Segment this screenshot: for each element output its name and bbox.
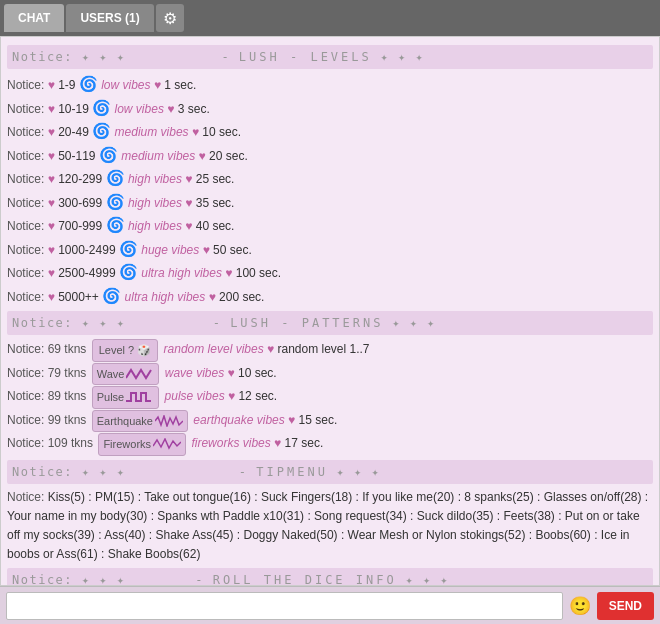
section-dice: Notice: ✦ ✦ ✦ - ROLL THE DICE INFO ✦ ✦ ✦ (7, 568, 653, 586)
section-tipmenu: Notice: ✦ ✦ ✦ - TIPMENU ✦ ✦ ✦ (7, 460, 653, 484)
msg-level-5000: Notice: ♥ 5000++ 🌀 ultra high vibes ♥ 20… (7, 285, 653, 308)
send-button[interactable]: SEND (597, 592, 654, 620)
msg-level-50-119: Notice: ♥ 50-119 🌀 medium vibes ♥ 20 sec… (7, 144, 653, 167)
section-levels: Notice: ✦ ✦ ✦ - LUSH - LEVELS ✦ ✦ ✦ (7, 45, 653, 69)
chat-messages: Notice: ✦ ✦ ✦ - LUSH - LEVELS ✦ ✦ ✦ Noti… (0, 36, 660, 586)
msg-level-10-19: Notice: ♥ 10-19 🌀 low vibes ♥ 3 sec. (7, 97, 653, 120)
msg-level-1000-2499: Notice: ♥ 1000-2499 🌀 huge vibes ♥ 50 se… (7, 238, 653, 261)
pattern-pulse: Notice: 89 tkns Pulse pulse vibes ♥ 12 s… (7, 386, 653, 409)
pattern-level: Notice: 69 tkns Level ? 🎲 random level v… (7, 339, 653, 362)
app-window: CHAT USERS (1) ⚙ Notice: ✦ ✦ ✦ - LUSH - … (0, 0, 660, 624)
msg-level-300-699: Notice: ♥ 300-699 🌀 high vibes ♥ 35 sec. (7, 191, 653, 214)
msg-level-1-9: Notice: ♥ 1-9 🌀 low vibes ♥ 1 sec. (7, 73, 653, 96)
msg-level-20-49: Notice: ♥ 20-49 🌀 medium vibes ♥ 10 sec. (7, 120, 653, 143)
tipmenu-items: Notice: Kiss(5) : PM(15) : Take out tong… (7, 488, 653, 565)
tab-bar: CHAT USERS (1) ⚙ (0, 0, 660, 36)
msg-level-120-299: Notice: ♥ 120-299 🌀 high vibes ♥ 25 sec. (7, 167, 653, 190)
pattern-earthquake: Notice: 99 tkns Earthquake earthquake vi… (7, 410, 653, 433)
pattern-wave: Notice: 79 tkns Wave wave vibes ♥ 10 sec… (7, 363, 653, 386)
pattern-fireworks: Notice: 109 tkns Fireworks fireworks vib… (7, 433, 653, 456)
section-patterns: Notice: ✦ ✦ ✦ - LUSH - PATTERNS ✦ ✦ ✦ (7, 311, 653, 335)
msg-level-700-999: Notice: ♥ 700-999 🌀 high vibes ♥ 40 sec. (7, 214, 653, 237)
gear-button[interactable]: ⚙ (156, 4, 184, 32)
msg-level-2500-4999: Notice: ♥ 2500-4999 🌀 ultra high vibes ♥… (7, 261, 653, 284)
chat-input[interactable] (6, 592, 563, 620)
tab-users[interactable]: USERS (1) (66, 4, 153, 32)
tab-chat[interactable]: CHAT (4, 4, 64, 32)
emoji-button[interactable]: 🙂 (567, 595, 593, 617)
chat-input-bar: 🙂 SEND (0, 586, 660, 624)
